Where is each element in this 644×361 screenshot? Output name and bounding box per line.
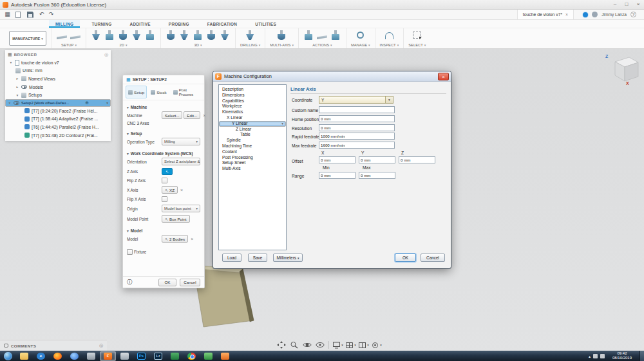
measure-icon[interactable] <box>385 32 393 39</box>
simulate-icon[interactable] <box>303 30 314 41</box>
help-icon[interactable]: ? <box>630 12 636 17</box>
taskbar-app-fusion-360[interactable]: F <box>100 351 116 361</box>
browser-row-setup2[interactable]: ▾ Setup2 [Work offset-Defau... ⊕ <box>5 99 111 107</box>
start-button[interactable] <box>4 352 12 360</box>
expand-icon[interactable]: ▾ <box>9 60 13 64</box>
add-operation-icon[interactable]: ⊕ <box>85 100 89 106</box>
file-icon[interactable] <box>15 12 21 18</box>
tree-item-workpiece[interactable]: Workpiece <box>219 104 286 109</box>
volume-icon[interactable] <box>600 354 605 358</box>
flip-z-checkbox[interactable] <box>162 178 167 183</box>
taskbar-app-lightroom[interactable]: Lr <box>150 351 166 361</box>
browser-row-setups[interactable]: ▾ Setups <box>5 91 111 99</box>
setup-cancel-button[interactable]: Cancel <box>180 279 200 286</box>
drill-icon[interactable] <box>245 30 256 41</box>
taskbar-clock[interactable]: 09:42 08/10/2019 <box>607 351 637 360</box>
max-feedrate-input[interactable] <box>319 142 395 149</box>
expand-icon[interactable]: ▸ <box>15 77 19 80</box>
tree-item-spindle[interactable]: Spindle <box>219 138 286 143</box>
browser-row-models[interactable]: ▸ Models <box>5 83 111 91</box>
tree-item-machining-time[interactable]: Machining Time <box>219 143 286 149</box>
origin-select[interactable]: Model box point <box>162 205 200 212</box>
taskbar-app-internet-explorer[interactable]: e <box>33 351 49 361</box>
ribbon-group-3d-label[interactable]: 3D <box>194 43 202 47</box>
look-at-icon[interactable] <box>314 340 325 349</box>
machine-section-header[interactable]: ▾Machine <box>123 104 204 110</box>
app-menu-icon[interactable]: ▦ <box>3 10 12 19</box>
tab-setup[interactable]: Setup <box>126 86 147 98</box>
coordinate-dropdown[interactable]: Y ▾ <box>319 96 393 104</box>
tab-stock[interactable]: Stock <box>148 86 169 98</box>
orbit-icon[interactable] <box>301 340 312 349</box>
wcs-section-header[interactable]: ▾Work Coordinate System (WCS) <box>123 150 204 156</box>
ribbon-group-multi-axis-label[interactable]: MULTI-AXIS <box>270 43 294 47</box>
operation-type-select[interactable]: Milling <box>162 138 200 145</box>
range-max-input[interactable] <box>359 172 395 179</box>
tab-milling[interactable]: MILLING <box>49 20 80 28</box>
ribbon-group-inspect-label[interactable]: INSPECT <box>380 43 399 47</box>
flip-x-checkbox[interactable] <box>162 196 167 202</box>
tree-item-coolant[interactable]: Coolant <box>219 149 286 155</box>
document-tab[interactable]: touche de violon v7* × <box>517 10 574 19</box>
pan-icon[interactable] <box>276 340 287 349</box>
offset-x-input[interactable] <box>319 156 355 163</box>
new-setup-icon[interactable] <box>57 30 68 41</box>
grid-settings-icon[interactable] <box>345 340 356 349</box>
taskbar-app-generic-2[interactable] <box>117 351 133 361</box>
ribbon-group-drilling-label[interactable]: DRILLING <box>240 43 260 47</box>
browser-row-named-views[interactable]: ▸ Named Views <box>5 75 111 83</box>
close-button[interactable]: × <box>632 0 644 9</box>
machine-select-button[interactable]: Select... <box>162 111 182 119</box>
3d-pocket-icon[interactable] <box>179 30 190 41</box>
user-name[interactable]: Jimmy Lanza <box>601 12 627 17</box>
user-avatar[interactable] <box>592 12 598 17</box>
viewports-icon[interactable] <box>358 340 369 349</box>
dialog-cancel-button[interactable]: Cancel <box>421 254 445 262</box>
browser-row-operation-adaptive2[interactable]: [T7] (1:58:44) Adaptive2 (Fraise ... <box>5 115 111 124</box>
tab-probing[interactable]: PROBING <box>162 20 196 28</box>
new-folder-icon[interactable] <box>70 30 81 41</box>
browser-row-document[interactable]: ▾ touche de violon v7 <box>5 59 111 67</box>
expand-icon[interactable]: ▸ <box>15 85 19 89</box>
tree-item-multi-axis[interactable]: Multi-Axis <box>219 166 286 172</box>
expand-icon[interactable]: ▾ <box>8 101 12 105</box>
model-section-header[interactable]: ▾Model <box>123 227 204 234</box>
taskbar-app-spreadsheet[interactable] <box>167 351 183 361</box>
setup-sheet-icon[interactable] <box>330 30 341 41</box>
2d-contour-icon[interactable] <box>131 30 142 41</box>
load-button[interactable]: Load <box>222 254 242 262</box>
visibility-eye-icon[interactable] <box>14 101 19 105</box>
navigation-settings-icon[interactable] <box>371 340 382 349</box>
browser-row-operation-contour2[interactable]: [T7] (0:51:48) 2D Contour2 (Frai... <box>5 131 111 140</box>
model-remove-icon[interactable]: × <box>189 237 194 241</box>
tree-item-dimensions[interactable]: Dimensions <box>219 93 286 98</box>
taskbar-app-calculator[interactable] <box>200 351 216 361</box>
tray-expand-icon[interactable]: ▴ <box>589 354 591 358</box>
taskbar-app-firefox[interactable] <box>50 351 66 361</box>
browser-row-operation-parallel2[interactable]: [T6] (1:44:42) Parallel2 (Fraise H... <box>5 123 111 131</box>
expand-icon[interactable]: ▾ <box>15 93 19 97</box>
browser-row-operation-face2[interactable]: [T7] (0:24:20) Face2 (Fraise Hél... <box>5 107 111 115</box>
custom-name-input[interactable] <box>319 106 395 113</box>
model-selection-button[interactable]: ↖2 Bodies <box>162 235 188 243</box>
taskbar-app-media-player[interactable] <box>66 351 82 361</box>
home-position-input[interactable] <box>319 115 395 122</box>
view-cube[interactable] <box>609 54 642 84</box>
dialog-close-button[interactable]: × <box>438 73 449 80</box>
rapid-feedrate-input[interactable] <box>319 133 395 140</box>
x-axis-remove-icon[interactable]: × <box>179 188 184 192</box>
tab-additive[interactable]: ADDITIVE <box>124 20 157 28</box>
setup-ok-button[interactable]: OK <box>158 279 176 286</box>
taskbar-app-generic[interactable] <box>83 351 99 361</box>
ribbon-group-setup-label[interactable]: SETUP <box>61 43 77 47</box>
units-dropdown-button[interactable]: Millimeters <box>273 254 303 262</box>
tree-item-table[interactable]: Table <box>219 132 286 138</box>
tree-item-y-linear[interactable]: Y Linear <box>219 121 286 127</box>
browser-row-units[interactable]: Units: mm <box>5 67 111 75</box>
notifications-badge-icon[interactable] <box>583 12 588 17</box>
tree-item-kinematics[interactable]: Kinematics <box>219 109 286 115</box>
tree-item-z-linear[interactable]: Z Linear <box>219 127 286 133</box>
document-tab-close-icon[interactable]: × <box>565 12 568 17</box>
machine-edit-button[interactable]: Edit... <box>184 111 200 119</box>
tab-fabrication[interactable]: FABRICATION <box>201 20 244 28</box>
